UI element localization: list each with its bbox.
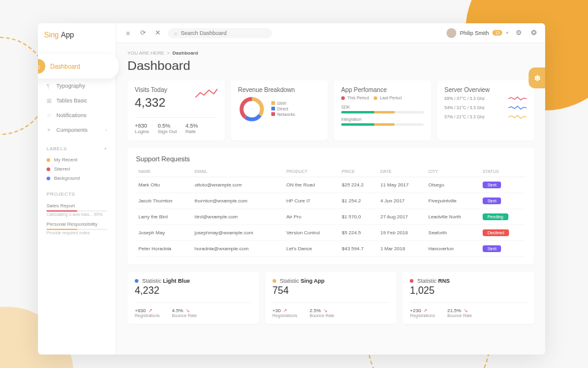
sidebar-item-label: Components — [56, 127, 88, 133]
page-title: Dashboard — [127, 58, 534, 73]
projects-header: PROJECTS — [47, 191, 107, 197]
close-icon[interactable]: ✕ — [153, 29, 162, 37]
sidebar-item-label: Tables Basic — [56, 98, 88, 104]
stat-card: Statistic Light Blue 4,232 +830 ↗Registr… — [127, 272, 259, 324]
support-table: NAMEEMAILPRODUCTPRICEDATECITYSTATUS Mark… — [136, 166, 526, 257]
label-item[interactable]: Background — [44, 174, 110, 183]
main-area: ≡ ⟳ ✕ ⌕ Philip Smith 13 ▾ ⚙ ❂ YOU ARE HE… — [116, 23, 545, 355]
table-header: STATUS — [480, 166, 526, 177]
table-header: CITY — [426, 166, 480, 177]
search-box[interactable]: ⌕ — [168, 28, 272, 38]
stat-sub: +830 ↗Registrations — [135, 308, 160, 318]
sidebar-item-label: Dashboard — [50, 63, 80, 70]
legend-item: SMX — [271, 101, 295, 105]
components-icon: ✶ — [47, 127, 53, 133]
server-row: 60% / 37°C / 3.3 Ghz — [445, 96, 527, 101]
notification-badge: 13 — [492, 30, 502, 36]
chevron-left-icon: ‹ — [105, 127, 107, 133]
mini-stat: 4.5%Rate — [186, 123, 198, 134]
table-header: EMAIL — [192, 166, 284, 177]
donut-chart — [238, 96, 265, 123]
status-badge: Declined — [483, 229, 509, 236]
performance-card: App Perfomance This PeriodLast Period SD… — [334, 80, 431, 140]
mini-stat: +830Logins — [135, 123, 149, 134]
project-sub: Calculating x-axis bias... 65% — [47, 212, 107, 217]
label-text: Starred — [54, 166, 70, 172]
server-row: 54% / 31°C / 3.3 Ghz — [445, 105, 527, 110]
sidebar-item-label: Typography — [56, 83, 85, 89]
brand-a: Sing — [44, 31, 59, 39]
mini-stat: 0.5%Sign Out — [158, 123, 177, 134]
stat-sub: 21.5% ↘Bounce Rate — [447, 308, 472, 318]
theme-settings-button[interactable]: ✽ — [529, 67, 545, 88]
content: YOU ARE HERE > Dashboard Dashboard Visit… — [116, 43, 545, 355]
perf-title: App Perfomance — [341, 86, 424, 93]
stat-value: 1,025 — [410, 285, 527, 296]
label-text: Background — [54, 175, 80, 181]
sidebar-item-label: Notifications — [56, 112, 86, 118]
table-title: Support Requests — [136, 155, 526, 163]
label-item[interactable]: Starred — [44, 164, 110, 174]
server-card: Server Overview 60% / 37°C / 3.3 Ghz54% … — [437, 80, 535, 140]
refresh-icon[interactable]: ⟳ — [138, 29, 147, 37]
status-badge: Sent — [483, 197, 501, 204]
home-icon: ⌂ — [38, 59, 45, 74]
revenue-title: Revenue Breakdown — [238, 86, 321, 93]
legend-item: Last Period — [374, 96, 401, 100]
sidebar-item-dashboard[interactable]: ⌂ Dashboard — [38, 54, 119, 79]
status-badge: Pending — [483, 213, 508, 220]
legend-item: Networks — [271, 112, 295, 117]
globe-icon[interactable]: ❂ — [529, 29, 538, 37]
table-row[interactable]: Joseph Mayjosephmay@wxample.comVersion C… — [136, 225, 526, 241]
gear-icon[interactable]: ⚙ — [514, 29, 523, 37]
table-row[interactable]: Jacob Thorntonthornton@wxample.comHP Cor… — [136, 193, 526, 209]
menu-icon[interactable]: ≡ — [124, 29, 132, 37]
stat-sub: +30 ↗Registrations — [273, 308, 298, 318]
table-header: PRICE — [339, 166, 378, 177]
sidebar-item-tables[interactable]: ▦ Tables Basic — [44, 93, 110, 108]
stat-sub: 4.5% ↘Bounce Rate — [172, 308, 197, 318]
perf-row: SDK — [341, 105, 424, 113]
project-item[interactable]: Sales ReportCalculating x-axis bias... 6… — [44, 201, 110, 219]
add-label-button[interactable]: + — [104, 146, 107, 151]
user-menu[interactable]: Philip Smith 13 ▾ — [447, 28, 508, 38]
sidebar-item-typography[interactable]: ¶ Typography — [44, 79, 110, 93]
bell-icon: ☆ — [47, 112, 53, 118]
visits-title: Visits Today — [135, 86, 167, 93]
legend-item: Direct — [271, 107, 295, 111]
status-badge: Sent — [483, 245, 501, 252]
stat-value: 4,232 — [135, 285, 252, 296]
table-header: PRODUCT — [284, 166, 339, 177]
stat-value: 754 — [273, 285, 390, 296]
revenue-card: Revenue Breakdown SMXDirectNetworks — [231, 80, 328, 140]
project-item[interactable]: Personal ResponsibilityProvide required … — [44, 219, 110, 237]
brand: Sing App — [44, 31, 110, 39]
topbar: ≡ ⟳ ✕ ⌕ Philip Smith 13 ▾ ⚙ ❂ — [116, 23, 545, 43]
table-row[interactable]: Larry the Birdbird@wxample.comAir Pro$1 … — [136, 209, 526, 225]
server-title: Server Overview — [445, 86, 527, 93]
breadcrumb: YOU ARE HERE > Dashboard — [127, 50, 534, 56]
support-table-card: Support Requests NAMEEMAILPRODUCTPRICEDA… — [127, 148, 534, 264]
stat-card: Statistic RNS 1,025 +230 ↗Registrations … — [402, 272, 534, 324]
chevron-down-icon: ▾ — [506, 30, 508, 36]
table-row[interactable]: Mark Ottoottoto@wxample.comON the Road$2… — [136, 177, 526, 193]
app-window: Sing App ⌂ Dashboard ¶ Typography ▦ Tabl… — [38, 23, 545, 355]
sidebar: Sing App ⌂ Dashboard ¶ Typography ▦ Tabl… — [38, 23, 116, 355]
visits-card: Visits Today 4,332 +830Logins0.5%Sign Ou… — [127, 80, 225, 140]
user-name: Philip Smith — [460, 30, 489, 36]
search-input[interactable] — [181, 30, 266, 36]
avatar — [447, 28, 456, 38]
perf-row: Integration — [341, 117, 424, 126]
brand-b: App — [61, 31, 74, 39]
text-icon: ¶ — [47, 83, 53, 89]
label-item[interactable]: My Recent — [44, 155, 110, 164]
table-header: DATE — [378, 166, 426, 177]
labels-header: LABELS + — [47, 146, 107, 151]
legend-item: This Period — [341, 96, 369, 100]
sidebar-item-components[interactable]: ✶ Components ‹ — [44, 123, 110, 137]
stat-sub: 2.5% ↘Bounce Rate — [310, 308, 334, 318]
status-badge: Sent — [483, 182, 501, 188]
stat-sub: +230 ↗Registrations — [410, 308, 435, 318]
table-row[interactable]: Peter Horadniahoradnia@wxample.comLet's … — [136, 241, 526, 257]
sidebar-item-notifications[interactable]: ☆ Notifications — [44, 108, 110, 123]
